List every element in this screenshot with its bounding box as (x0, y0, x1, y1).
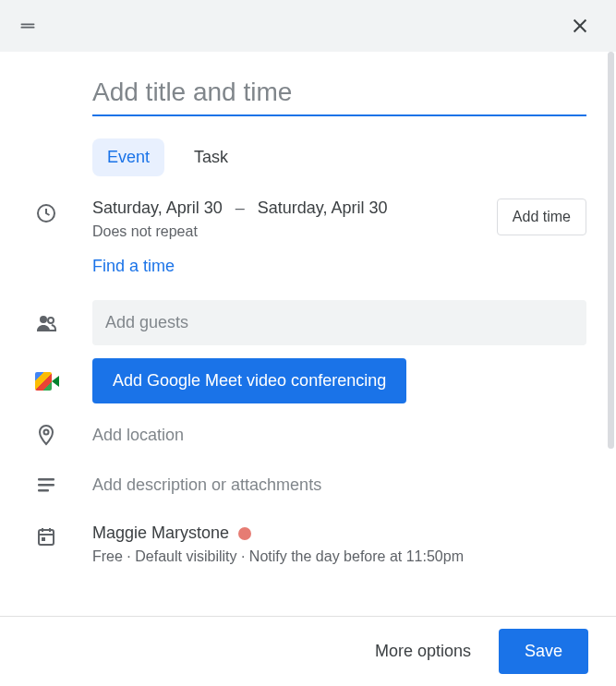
dialog-content: Event Task Saturday, April 30 – Saturday… (0, 52, 616, 616)
calendar-name: Maggie Marystone (92, 524, 229, 543)
tab-task[interactable]: Task (179, 138, 243, 176)
dialog-footer: More options Save (0, 616, 616, 686)
svg-rect-15 (42, 537, 45, 541)
find-time-row: Find a time (0, 257, 616, 276)
date-row: Saturday, April 30 – Saturday, April 30 … (0, 199, 616, 240)
more-options-button[interactable]: More options (368, 632, 478, 670)
drag-handle-icon[interactable] (18, 17, 37, 35)
svg-rect-1 (21, 27, 35, 29)
people-icon (0, 312, 92, 334)
find-time-link[interactable]: Find a time (92, 257, 175, 275)
calendar-meta: Free · Default visibility · Notify the d… (92, 548, 586, 565)
location-row: Add location (0, 424, 616, 446)
clock-icon (0, 199, 92, 224)
calendar-info[interactable]: Maggie Marystone Free · Default visibili… (92, 524, 586, 565)
date-text[interactable]: Saturday, April 30 – Saturday, April 30 … (92, 199, 486, 240)
add-meet-button[interactable]: Add Google Meet video conferencing (92, 358, 406, 403)
location-icon (0, 424, 92, 446)
guests-row (0, 300, 616, 345)
svg-rect-10 (38, 489, 49, 492)
tabs: Event Task (0, 116, 616, 199)
svg-rect-8 (38, 478, 54, 481)
svg-rect-0 (21, 24, 35, 26)
repeat-text[interactable]: Does not repeat (92, 223, 486, 240)
end-date[interactable]: Saturday, April 30 (258, 199, 388, 218)
calendar-row: Maggie Marystone Free · Default visibili… (0, 524, 616, 565)
svg-rect-11 (39, 530, 54, 545)
description-icon (0, 474, 92, 496)
tab-event[interactable]: Event (92, 138, 164, 176)
save-button[interactable]: Save (499, 629, 588, 674)
description-field[interactable]: Add description or attachments (92, 475, 321, 494)
title-input[interactable] (92, 74, 586, 116)
google-meet-icon (0, 372, 92, 391)
close-button[interactable] (562, 8, 598, 43)
svg-point-5 (40, 316, 47, 323)
svg-rect-9 (38, 484, 54, 487)
guests-input[interactable] (92, 300, 586, 345)
date-separator: – (236, 199, 245, 218)
meet-row: Add Google Meet video conferencing (0, 358, 616, 403)
title-row (0, 74, 616, 116)
add-time-button[interactable]: Add time (497, 199, 586, 235)
start-date[interactable]: Saturday, April 30 (92, 199, 223, 218)
svg-point-6 (48, 318, 54, 323)
location-field[interactable]: Add location (92, 426, 184, 444)
dialog-header (0, 0, 616, 52)
calendar-color-dot (238, 527, 251, 540)
svg-point-7 (44, 430, 49, 435)
description-row: Add description or attachments (0, 474, 616, 496)
calendar-icon (0, 524, 92, 548)
